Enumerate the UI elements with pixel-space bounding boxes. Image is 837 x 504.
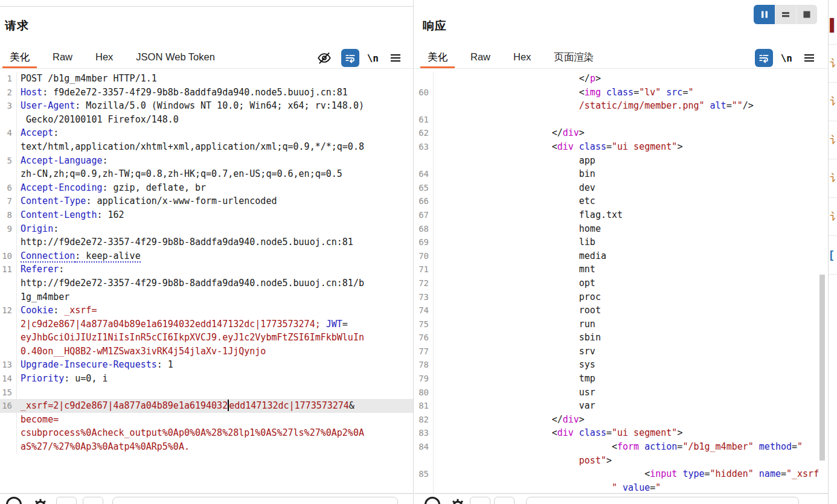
strip-item[interactable]: 讠 <box>829 83 837 121</box>
code-line[interactable]: 10Connection: keep-alive <box>0 249 413 263</box>
code-line[interactable]: post"> <box>414 454 828 468</box>
wrap-lines-icon[interactable] <box>755 49 773 67</box>
search-icon[interactable] <box>425 497 440 504</box>
code-line[interactable]: 76 sbin <box>414 331 828 345</box>
strip-item[interactable]: ▌ <box>829 6 837 45</box>
stop-icon[interactable] <box>796 5 817 24</box>
code-line[interactable]: 1POST /b1g_m4mber HTTP/1.1 <box>0 72 413 86</box>
code-line[interactable]: 8Content-Length: 162 <box>0 208 413 222</box>
code-line[interactable]: 65 dev <box>414 181 828 195</box>
code-line[interactable]: </p> <box>414 72 828 86</box>
code-line[interactable]: 7Content-Type: application/x-www-form-ur… <box>0 194 413 208</box>
toolbar-button[interactable] <box>56 497 77 504</box>
newline-icon[interactable]: \n <box>781 53 792 64</box>
code-line[interactable]: 72 opt <box>414 276 828 290</box>
search-icon[interactable] <box>6 497 22 504</box>
tab-hex[interactable]: Hex <box>506 47 538 67</box>
code-line[interactable]: 6Accept-Encoding: gzip, deflate, br <box>0 181 413 195</box>
code-line[interactable]: 77 srv <box>414 345 828 359</box>
gear-icon[interactable] <box>449 497 467 504</box>
code-line[interactable]: 75 run <box>414 317 828 331</box>
code-line[interactable]: 81 var <box>414 399 828 413</box>
code-line[interactable]: 9Origin: <box>0 222 413 236</box>
tab-render[interactable]: 页面渲染 <box>547 47 601 67</box>
code-line[interactable]: 13Upgrade-Insecure-Requests: 1 <box>0 358 413 372</box>
toolbar-button[interactable] <box>494 497 515 504</box>
code-line[interactable]: 84 <form action="/b1g_m4mber" method=" <box>414 440 828 454</box>
code-line[interactable]: 60 <img class="lv" src=" <box>414 86 828 100</box>
code-line[interactable]: 63 <div class="ui segment"> <box>414 140 828 154</box>
code-line[interactable]: 5Accept-Language: <box>0 154 413 168</box>
hide-eye-icon[interactable] <box>315 49 333 67</box>
code-line[interactable]: 2Host: f9de2e72-3357-4f29-9b8b-8addfa9da… <box>0 86 413 100</box>
gear-icon[interactable] <box>31 497 50 504</box>
code-line[interactable]: csubprocess%0Acheck_output%0Ap0%0A%28%28… <box>0 426 413 440</box>
tab-jwt[interactable]: JSON Web Token <box>129 47 222 67</box>
code-line[interactable]: 74 root <box>414 304 828 317</box>
code-line[interactable]: 1g_m4mber <box>0 290 413 304</box>
code-line[interactable]: 11Referer: <box>0 263 413 276</box>
strip-item[interactable]: 讠 <box>829 121 837 160</box>
code-line[interactable]: 71 mnt <box>414 263 828 276</box>
fuzz-input[interactable] <box>112 497 398 504</box>
code-line[interactable]: 83 <div class="ui segment"> <box>414 426 828 440</box>
code-line[interactable]: 2|c9d2e867|4a877a04b89e1a6194032edd14713… <box>0 317 413 331</box>
request-editor[interactable]: 1POST /b1g_m4mber HTTP/1.12Host: f9de2e7… <box>0 69 413 493</box>
code-line[interactable]: 70 media <box>414 249 828 263</box>
code-line[interactable]: 80 usr <box>414 386 828 400</box>
strip-item-glyph: [ <box>830 249 833 261</box>
code-line[interactable]: eyJhbGciOiJIUzI1NiIsInR5cCI6IkpXVCJ9.eyJ… <box>0 331 413 345</box>
tab-raw[interactable]: Raw <box>45 47 80 67</box>
rows-icon[interactable] <box>775 5 796 24</box>
code-line[interactable]: http://f9de2e72-3357-4f29-9b8b-8addfa9da… <box>0 276 413 290</box>
code-line[interactable]: 66 etc <box>414 194 828 208</box>
code-line[interactable]: 78 sys <box>414 358 828 372</box>
code-line[interactable]: 14Priority: u=0, i <box>0 372 413 386</box>
code-line[interactable]: 79 tmp <box>414 372 828 386</box>
code-line[interactable]: 0.40on__HQ8B2-wM1ZSwax3ivRK4j54jlaXv-1Jj… <box>0 345 413 359</box>
request-header-icons: \n <box>315 47 405 69</box>
code-line[interactable]: zh-CN,zh;q=0.9,zh-TW;q=0.8,zh-HK;q=0.7,e… <box>0 167 413 181</box>
code-line[interactable]: app <box>414 154 828 168</box>
code-line[interactable]: Gecko/20100101 Firefox/148.0 <box>0 113 413 127</box>
pause-icon[interactable] <box>754 5 775 24</box>
tab-beautify[interactable]: 美化 <box>420 47 455 67</box>
code-line[interactable]: 85 <input type="hidden" name="_xsrf <box>414 467 828 481</box>
scrollbar-thumb[interactable] <box>819 275 825 461</box>
code-line[interactable]: http://f9de2e72-3357-4f29-9b8b-8addfa9da… <box>0 235 413 249</box>
code-line[interactable]: aS%27/%27%0Ap3%0Aatp4%0ARp5%0A. <box>0 440 413 454</box>
strip-item[interactable]: [ <box>829 236 837 275</box>
code-line[interactable]: 62 </div> <box>414 126 828 140</box>
code-line[interactable]: 12Cookie: _xsrf= <box>0 304 413 317</box>
code-line[interactable]: 64 bin <box>414 167 828 181</box>
panel-divider[interactable] <box>413 0 414 504</box>
strip-item[interactable]: 讠 <box>829 198 837 237</box>
code-line[interactable]: 73 proc <box>414 290 828 304</box>
newline-icon[interactable]: \n <box>367 53 379 64</box>
code-line[interactable]: text/html,application/xhtml+xml,applicat… <box>0 140 413 154</box>
code-line[interactable]: 68 home <box>414 222 828 236</box>
code-line[interactable]: /static/img/member.png" alt=""/> <box>414 99 828 113</box>
code-line[interactable]: 61 <box>414 113 828 127</box>
code-line[interactable]: 15 <box>0 386 413 400</box>
strip-item[interactable]: 讠 <box>829 45 837 83</box>
tab-beautify[interactable]: 美化 <box>2 47 37 67</box>
code-line[interactable]: become= <box>0 413 413 427</box>
code-line[interactable]: 67 flag.txt <box>414 208 828 222</box>
tab-raw[interactable]: Raw <box>463 47 498 67</box>
response-editor[interactable]: </p>60 <img class="lv" src=" /static/img… <box>414 69 828 493</box>
code-line[interactable]: 69 lib <box>414 235 828 249</box>
code-line[interactable]: " value=" <box>414 481 828 493</box>
code-line[interactable]: 4Accept: <box>0 126 413 140</box>
code-line[interactable]: 82 </div> <box>414 413 828 427</box>
toolbar-button[interactable] <box>83 497 103 504</box>
toolbar-button[interactable] <box>470 497 490 504</box>
menu-icon[interactable] <box>386 49 405 67</box>
code-line[interactable]: 16_xsrf=2|c9d2e867|4a877a04b89e1a6194032… <box>0 399 413 413</box>
tab-hex[interactable]: Hex <box>88 47 120 67</box>
code-line[interactable]: 3User-Agent: Mozilla/5.0 (Windows NT 10.… <box>0 99 413 113</box>
menu-icon[interactable] <box>800 49 818 67</box>
strip-item[interactable]: 讠 <box>829 159 837 198</box>
wrap-lines-icon[interactable] <box>341 49 359 67</box>
fuzz-input[interactable] <box>526 497 799 504</box>
